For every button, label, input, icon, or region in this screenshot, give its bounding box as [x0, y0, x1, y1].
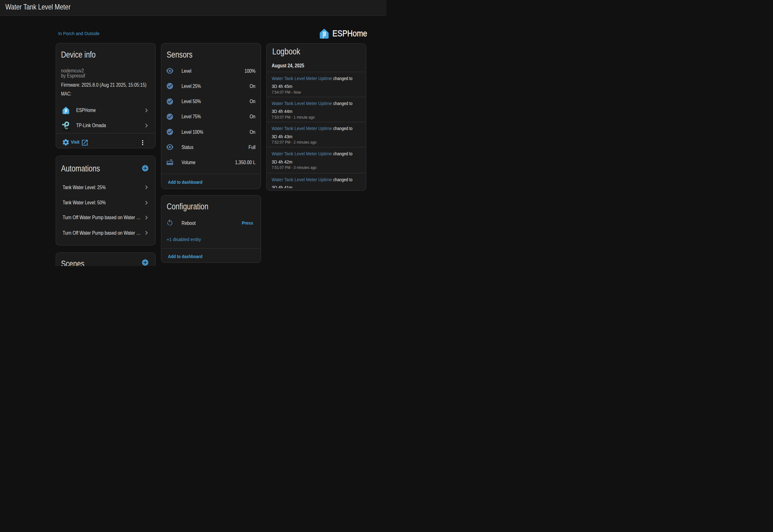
svg-text:omada: omada — [62, 128, 70, 131]
